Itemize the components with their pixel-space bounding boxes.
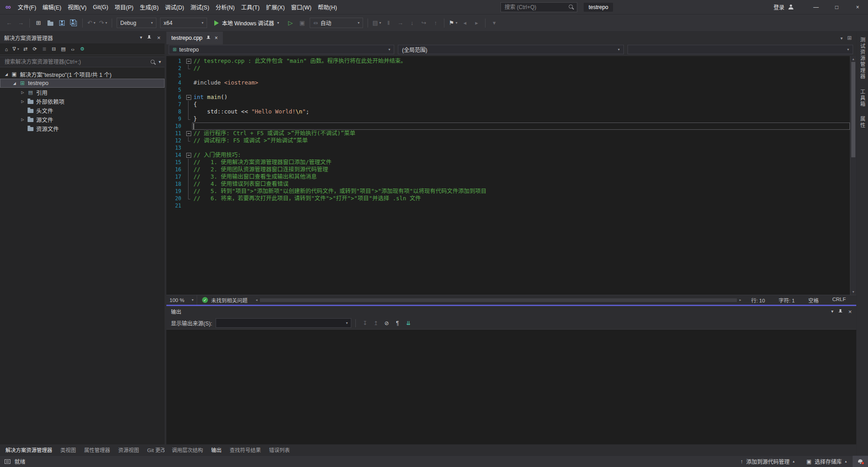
- scroll-up-icon[interactable]: ▴: [852, 56, 854, 62]
- show-next-statement-icon[interactable]: →: [395, 18, 406, 28]
- debug-target-combo[interactable]: ▭自动▾: [310, 18, 363, 28]
- toolbar-options-icon[interactable]: ▾: [489, 18, 500, 28]
- spaces-indicator[interactable]: 空格: [802, 297, 826, 304]
- menu-item-6[interactable]: 调试(D): [162, 0, 187, 14]
- previous-bookmark-icon[interactable]: ◂: [459, 18, 470, 28]
- line-number[interactable]: 16: [166, 166, 185, 173]
- close-icon[interactable]: ×: [157, 35, 160, 41]
- add-to-source-control-button[interactable]: ↑ 添加到源代码管理 ▴: [735, 456, 801, 467]
- line-number[interactable]: 6: [166, 94, 185, 101]
- user-profile-icon[interactable]: [788, 4, 794, 10]
- line-number[interactable]: 18: [166, 180, 185, 188]
- window-position-icon[interactable]: ▾: [831, 309, 833, 314]
- left-dock-tab-0[interactable]: 解决方案资源管理器: [1, 444, 57, 455]
- save-icon[interactable]: [57, 18, 67, 28]
- next-bookmark-icon[interactable]: ▸: [471, 18, 482, 28]
- start-without-debugging-icon[interactable]: ▷: [285, 18, 296, 28]
- menu-item-3[interactable]: Git(G): [90, 0, 111, 14]
- side-tab-1[interactable]: 工具箱: [859, 89, 866, 108]
- minimize-button[interactable]: —: [806, 0, 826, 14]
- line-number[interactable]: 2: [166, 65, 185, 72]
- line-number[interactable]: 12: [166, 137, 185, 144]
- tree-item-source-files[interactable]: ▷源文件: [0, 115, 165, 124]
- solution-platforms-combo[interactable]: x64▾: [160, 18, 207, 28]
- column-indicator[interactable]: 字符: 1: [772, 297, 802, 304]
- navigate-forward-icon[interactable]: →: [15, 18, 26, 28]
- line-number[interactable]: 14: [166, 151, 185, 159]
- line-number[interactable]: 15: [166, 159, 185, 166]
- side-tab-0[interactable]: 测试资源管理器: [859, 37, 866, 80]
- menu-item-5[interactable]: 生成(B): [137, 0, 162, 14]
- line-number[interactable]: 3: [166, 72, 185, 79]
- scroll-down-icon[interactable]: ▾: [852, 289, 854, 295]
- menu-item-4[interactable]: 项目(P): [111, 0, 137, 14]
- notifications-button[interactable]: [853, 456, 868, 467]
- tree-item-project-testrepo[interactable]: ◢⊞testrepo: [0, 79, 165, 88]
- expand-arrow-icon[interactable]: ▷: [19, 90, 26, 94]
- sync-with-active-document-icon[interactable]: ⇄: [21, 45, 30, 54]
- switch-views-icon[interactable]: ⌂: [2, 45, 11, 54]
- expand-arrow-icon[interactable]: ◢: [11, 81, 18, 85]
- open-file-icon[interactable]: [45, 18, 56, 28]
- goto-message-icon[interactable]: ↧: [360, 318, 370, 328]
- close-tab-icon[interactable]: ×: [215, 35, 218, 41]
- code-editor[interactable]: 1// testrepo.cpp : 此文件包含 "main" 函数。程序执行将…: [166, 56, 856, 295]
- sign-in-button[interactable]: 登录: [774, 3, 784, 11]
- line-number[interactable]: 17: [166, 173, 185, 180]
- background-tasks-icon[interactable]: [5, 459, 10, 464]
- line-number[interactable]: 4: [166, 79, 185, 86]
- menu-item-12[interactable]: 帮助(H): [315, 0, 340, 14]
- bottom-dock-tab-2[interactable]: 查找符号结果: [226, 444, 265, 455]
- scrollbar-thumb[interactable]: [851, 62, 855, 157]
- pin-icon[interactable]: [147, 35, 152, 40]
- tree-item-solution[interactable]: ◢▣解决方案"testrepo"(1 个项目/共 1 个): [0, 70, 165, 79]
- line-number[interactable]: 8: [166, 108, 185, 115]
- member-scope-combo[interactable]: ▾: [627, 45, 853, 54]
- clear-all-icon[interactable]: ⊘: [382, 318, 392, 328]
- previous-message-icon[interactable]: ↥: [371, 318, 381, 328]
- side-tab-2[interactable]: 属性: [859, 116, 866, 128]
- collapse-all-icon[interactable]: ⊟: [49, 45, 58, 54]
- line-number[interactable]: 21: [166, 202, 185, 209]
- menu-item-11[interactable]: 窗口(W): [288, 0, 315, 14]
- tab-testrepo-cpp[interactable]: testrepo.cpp ×: [166, 32, 223, 44]
- tree-item-header-files[interactable]: 头文件: [0, 106, 165, 115]
- expand-arrow-icon[interactable]: ◢: [3, 72, 10, 76]
- editor-horizontal-scrollbar[interactable]: ◂ ▸: [253, 295, 745, 305]
- line-number[interactable]: 19: [166, 188, 185, 195]
- autoscroll-icon[interactable]: ⇊: [403, 318, 413, 328]
- bottom-dock-tab-0[interactable]: 调用层次结构: [168, 444, 207, 455]
- document-health-indicator[interactable]: ✓ 未找到相关问题: [197, 297, 253, 304]
- output-source-combo[interactable]: ▾: [216, 318, 351, 328]
- tree-item-resource-files[interactable]: 资源文件: [0, 124, 165, 133]
- search-input[interactable]: [504, 4, 568, 11]
- menu-item-7[interactable]: 测试(S): [187, 0, 212, 14]
- left-dock-tab-3[interactable]: 资源视图: [114, 444, 143, 455]
- break-all-icon[interactable]: ‖: [383, 18, 394, 28]
- bottom-dock-tab-3[interactable]: 错误列表: [265, 444, 294, 455]
- line-number[interactable]: 7: [166, 101, 185, 108]
- line-number[interactable]: 11: [166, 130, 185, 137]
- menu-item-9[interactable]: 工具(T): [238, 0, 263, 14]
- word-wrap-icon[interactable]: ¶: [392, 318, 402, 328]
- split-window-icon[interactable]: ⊞: [847, 35, 852, 41]
- filter-icon[interactable]: ∇▾: [11, 45, 20, 54]
- search-options-icon[interactable]: ▾: [159, 60, 161, 64]
- solution-configurations-combo[interactable]: Debug▾: [117, 18, 156, 28]
- navigate-backward-icon[interactable]: ←: [4, 18, 14, 28]
- scroll-right-icon[interactable]: ▸: [737, 298, 743, 302]
- hot-reload-icon[interactable]: ▣: [297, 18, 307, 28]
- add-bookmark-icon[interactable]: ⚑▾: [448, 18, 458, 28]
- menu-item-2[interactable]: 视图(V): [65, 0, 90, 14]
- properties-icon[interactable]: ⚙: [78, 45, 87, 54]
- left-dock-tab-2[interactable]: 属性管理器: [80, 444, 114, 455]
- menu-item-0[interactable]: 文件(F): [14, 0, 39, 14]
- tree-item-references[interactable]: ▷▤引用: [0, 88, 165, 97]
- line-number[interactable]: 9: [166, 115, 185, 123]
- quick-search-box[interactable]: [500, 2, 577, 12]
- eol-indicator[interactable]: CRLF: [826, 297, 853, 304]
- maximize-button[interactable]: □: [826, 0, 847, 14]
- type-scope-combo[interactable]: (全局范围) ▾: [398, 45, 623, 54]
- refresh-icon[interactable]: ⟳: [30, 45, 39, 54]
- close-icon[interactable]: ×: [848, 309, 852, 315]
